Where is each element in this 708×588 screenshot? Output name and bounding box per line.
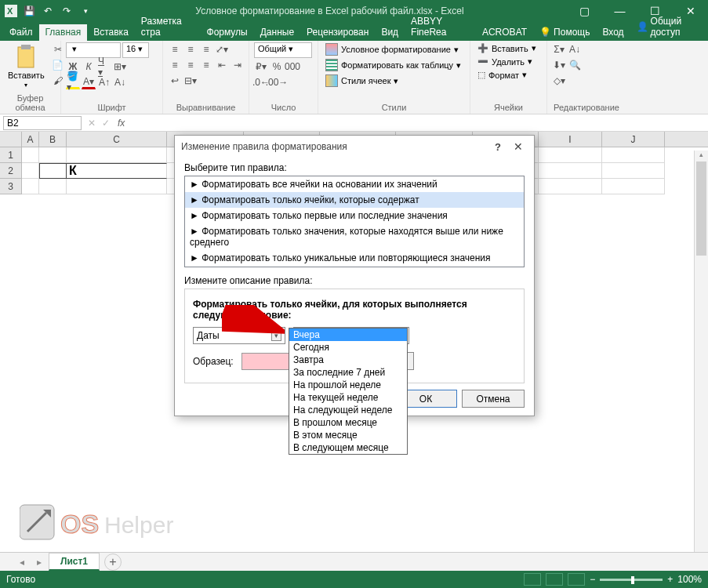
cancel-button[interactable]: Отмена: [462, 390, 525, 408]
cell[interactable]: [602, 163, 665, 179]
align-right-icon[interactable]: ≡: [199, 58, 213, 72]
date-dropdown-list[interactable]: ВчераСегодняЗавтраЗа последние 7 днейНа …: [289, 328, 408, 455]
align-bottom-icon[interactable]: ≡: [199, 42, 213, 56]
condition-type-combo[interactable]: Даты▾: [193, 327, 285, 344]
cell[interactable]: К: [67, 163, 167, 179]
dropdown-item[interactable]: На прошлой неделе: [289, 379, 407, 391]
italic-button[interactable]: К: [82, 60, 96, 74]
rule-type-item[interactable]: ► Форматировать все ячейки на основании …: [185, 176, 524, 192]
orientation-icon[interactable]: ⤢▾: [215, 42, 229, 56]
cell[interactable]: [22, 163, 39, 179]
font-size-combo[interactable]: 16 ▾: [122, 42, 149, 58]
cell[interactable]: [539, 163, 602, 179]
rule-type-item[interactable]: ► Форматировать только уникальные или по…: [185, 250, 524, 266]
sort-filter-icon[interactable]: A↓: [568, 42, 582, 56]
qat-customize-icon[interactable]: ▾: [78, 4, 93, 18]
font-name-combo[interactable]: ▾: [66, 42, 121, 58]
comma-icon[interactable]: 000: [285, 60, 300, 74]
row-header[interactable]: 3: [0, 179, 22, 194]
name-box[interactable]: [3, 116, 82, 130]
rule-type-item[interactable]: ► Форматировать только ячейки, которые с…: [185, 192, 524, 208]
currency-icon[interactable]: ₽▾: [254, 60, 268, 74]
dropdown-item[interactable]: На текущей неделе: [289, 391, 407, 404]
align-top-icon[interactable]: ≡: [168, 42, 182, 56]
format-as-table-button[interactable]: Форматировать как таблицу ▾: [323, 58, 463, 72]
select-all-corner[interactable]: [0, 132, 22, 147]
tab-abbyy[interactable]: ABBYY FineRea: [405, 13, 476, 41]
cell[interactable]: [67, 179, 167, 194]
col-header[interactable]: A: [22, 132, 39, 147]
indent-increase-icon[interactable]: ⇥: [231, 58, 245, 72]
rule-type-list[interactable]: ► Форматировать все ячейки на основании …: [184, 176, 525, 267]
vertical-scrollbar[interactable]: ▴: [694, 151, 708, 552]
sheet-nav-prev[interactable]: ◂: [14, 557, 30, 568]
align-center-icon[interactable]: ≡: [183, 58, 198, 72]
dialog-close-button[interactable]: ✕: [509, 140, 528, 153]
save-icon[interactable]: 💾: [22, 4, 36, 18]
col-header[interactable]: J: [602, 132, 665, 147]
rule-type-item[interactable]: ► Форматировать только первые или послед…: [185, 208, 524, 223]
dropdown-item[interactable]: Сегодня: [289, 341, 407, 354]
fx-icon[interactable]: fx: [113, 118, 129, 129]
tab-view[interactable]: Вид: [375, 24, 405, 41]
cell[interactable]: [539, 179, 602, 194]
tab-data[interactable]: Данные: [254, 24, 300, 41]
cell[interactable]: [22, 147, 39, 163]
tab-file[interactable]: Файл: [3, 24, 39, 41]
rule-type-item[interactable]: ► Форматировать только значения, которые…: [185, 223, 524, 250]
row-header[interactable]: 2: [0, 163, 22, 179]
tab-insert[interactable]: Вставка: [87, 24, 135, 41]
dropdown-item[interactable]: В этом месяце: [289, 429, 407, 441]
col-header[interactable]: B: [39, 132, 67, 147]
indent-decrease-icon[interactable]: ⇤: [215, 58, 229, 72]
tab-home[interactable]: Главная: [39, 24, 88, 41]
view-page-layout-icon[interactable]: [546, 573, 563, 586]
align-left-icon[interactable]: ≡: [168, 58, 182, 72]
tab-signin[interactable]: Вход: [596, 24, 630, 41]
sheet-nav-next[interactable]: ▸: [31, 557, 47, 568]
dropdown-item[interactable]: На следующей неделе: [289, 404, 407, 416]
cell[interactable]: [539, 147, 602, 163]
ribbon-options-button[interactable]: ▢: [567, 0, 602, 22]
cell[interactable]: [22, 179, 39, 194]
cell-styles-button[interactable]: Стили ячеек ▾: [323, 74, 401, 88]
number-format-combo[interactable]: Общий ▾: [254, 42, 312, 58]
sheet-tab[interactable]: Лист1: [49, 553, 100, 571]
zoom-in-button[interactable]: +: [667, 574, 673, 585]
formula-input[interactable]: [129, 115, 708, 130]
col-header[interactable]: I: [539, 132, 602, 147]
cell[interactable]: [39, 163, 67, 179]
zoom-out-button[interactable]: −: [590, 574, 595, 585]
format-cells-button[interactable]: ⬚Формат ▾: [475, 69, 529, 81]
dropdown-item[interactable]: В прошлом месяце: [289, 416, 407, 429]
dialog-help-button[interactable]: ?: [487, 141, 509, 153]
enter-formula-icon[interactable]: ✓: [99, 118, 113, 129]
font-color-button[interactable]: A▾: [82, 75, 96, 89]
tab-formulas[interactable]: Формулы: [201, 24, 254, 41]
new-sheet-button[interactable]: +: [104, 554, 122, 571]
decrease-decimal-icon[interactable]: .00→: [270, 75, 284, 89]
cell[interactable]: [39, 179, 67, 194]
find-icon[interactable]: 🔍: [568, 58, 582, 72]
grow-font-icon[interactable]: A↑: [97, 75, 111, 89]
percent-icon[interactable]: %: [270, 60, 284, 74]
zoom-slider[interactable]: [600, 579, 663, 581]
conditional-formatting-button[interactable]: Условное форматирование ▾: [323, 42, 461, 56]
dropdown-item[interactable]: За последние 7 дней: [289, 366, 407, 379]
cell[interactable]: [67, 147, 167, 163]
wrap-text-icon[interactable]: ↩: [168, 74, 182, 88]
cancel-formula-icon[interactable]: ✕: [85, 118, 99, 129]
tab-review[interactable]: Рецензирован: [300, 24, 375, 41]
tab-share[interactable]: 👤 Общий доступ: [630, 13, 708, 41]
cell[interactable]: [39, 147, 67, 163]
align-middle-icon[interactable]: ≡: [183, 42, 198, 56]
cell[interactable]: [602, 179, 665, 194]
dropdown-item[interactable]: Вчера: [289, 328, 407, 341]
underline-button[interactable]: Ч ▾: [97, 60, 111, 74]
insert-cells-button[interactable]: ➕Вставить ▾: [475, 42, 539, 54]
fill-icon[interactable]: ⬇▾: [552, 58, 566, 72]
dropdown-item[interactable]: В следующем месяце: [289, 441, 407, 454]
cell[interactable]: [602, 147, 665, 163]
fill-color-button[interactable]: 🪣▾: [66, 75, 80, 89]
view-page-break-icon[interactable]: [568, 573, 585, 586]
